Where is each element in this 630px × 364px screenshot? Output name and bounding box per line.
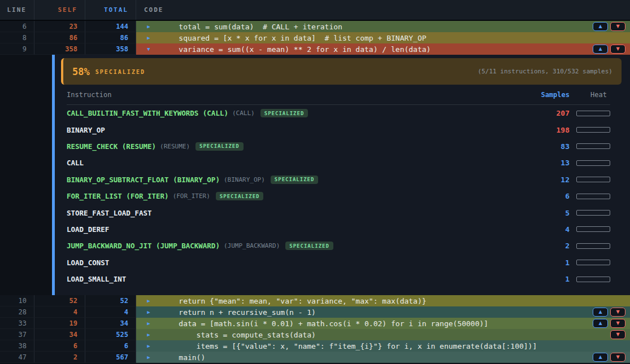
column-header-total: TOTAL: [85, 0, 136, 20]
heat-bar: [576, 210, 610, 216]
table-header: LINE SELF TOTAL CODE: [0, 0, 630, 21]
self-samples: 52: [34, 295, 85, 306]
self-samples: 34: [34, 329, 85, 340]
jump-up-button[interactable]: ▲: [593, 45, 608, 54]
specialized-percent: 58%: [72, 66, 90, 77]
jump-down-button[interactable]: ▼: [610, 308, 625, 317]
instruction-row: STORE_FAST_LOAD_FAST 5: [67, 204, 610, 221]
specialized-badge: SPECIALIZED: [271, 176, 319, 184]
table-row: 28 4 4 ▶ return n + recursive_sum(n - 1)…: [0, 306, 630, 318]
table-row: 9 358 358 ▼ variance = sum((x - mean) **…: [0, 43, 630, 55]
self-samples: 2: [34, 352, 85, 363]
table-row: 10 52 52 ▶ return {"mean": mean, "var": …: [0, 295, 630, 306]
instruction-table-header: Instruction Samples Heat: [67, 85, 610, 105]
line-number: 9: [0, 43, 34, 55]
expander-icon[interactable]: ▶: [136, 24, 161, 29]
instruction-row: LOAD_SMALL_INT 1: [67, 271, 610, 287]
nav-buttons: ▲ ▼: [593, 45, 630, 54]
expander-icon[interactable]: ▶: [136, 332, 161, 337]
heat-bar: [576, 143, 610, 149]
instruction-name: FOR_ITER_LIST (FOR_ITER): [67, 192, 169, 200]
heat-bar: [576, 243, 610, 249]
code-line[interactable]: ▶ main() ▲ ▼: [136, 352, 630, 363]
total-samples: 86: [85, 32, 136, 43]
instruction-row: CALL 13: [67, 155, 610, 171]
source-code: return n + recursive_sum(n - 1): [161, 308, 593, 317]
instruction-row: RESUME_CHECK (RESUME) (RESUME) SPECIALIZ…: [67, 138, 610, 155]
total-samples: 567: [85, 352, 136, 363]
nav-buttons: ▲ ▼: [610, 330, 630, 339]
profiler-window: LINE SELF TOTAL CODE 6 23 144 ▶ total = …: [0, 0, 630, 364]
jump-down-button[interactable]: ▼: [610, 45, 625, 54]
instruction-name: CALL: [67, 159, 84, 167]
instruction-row: LOAD_DEREF 4: [67, 221, 610, 238]
heat-bar: [576, 260, 610, 265]
instruction-row: CALL_BUILTIN_FAST_WITH_KEYWORDS (CALL) (…: [67, 105, 610, 121]
jump-down-button[interactable]: ▼: [610, 319, 625, 328]
instruction-sample-count: 1: [530, 275, 570, 283]
line-number: 8: [0, 32, 34, 43]
nav-buttons: ▲ ▼: [593, 308, 630, 317]
instruction-rows: CALL_BUILTIN_FAST_WITH_KEYWORDS (CALL) (…: [67, 105, 610, 287]
expander-icon[interactable]: ▶: [136, 343, 161, 349]
jump-up-button[interactable]: ▲: [593, 319, 608, 328]
jump-up-button[interactable]: ▲: [593, 353, 608, 362]
self-samples: 358: [34, 43, 85, 55]
code-line[interactable]: ▶ squared = [x * x for x in data] # list…: [136, 32, 630, 43]
instruction-base-opcode: (JUMP_BACKWARD): [224, 242, 280, 249]
instruction-sample-count: 2: [530, 242, 570, 250]
expander-icon[interactable]: ▶: [136, 354, 161, 360]
source-code: variance = sum((x - mean) ** 2 for x in …: [161, 45, 593, 54]
expander-icon[interactable]: ▶: [136, 309, 161, 315]
column-header-code: CODE: [136, 0, 630, 20]
table-row: 47 2 567 ▶ main() ▲ ▼: [0, 352, 630, 363]
instruction-name: CALL_BUILTIN_FAST_WITH_KEYWORDS (CALL): [67, 109, 228, 117]
code-line[interactable]: ▶ return {"mean": mean, "var": variance,…: [136, 295, 630, 306]
instruction-sample-count: 83: [530, 142, 570, 151]
column-header-line: LINE: [0, 0, 34, 20]
code-line[interactable]: ▼ variance = sum((x - mean) ** 2 for x i…: [136, 43, 630, 55]
specialization-banner: 58% SPECIALIZED (5/11 instructions, 310/…: [61, 58, 622, 85]
specialized-badge: SPECIALIZED: [285, 242, 333, 250]
line-number: 38: [0, 340, 34, 352]
instruction-table: Instruction Samples Heat CALL_BUILTIN_FA…: [61, 85, 622, 295]
panel-left-gutter: [0, 55, 52, 295]
specialized-label: SPECIALIZED: [95, 69, 145, 75]
jump-down-button[interactable]: ▼: [610, 353, 625, 362]
instruction-sample-count: 12: [530, 176, 570, 184]
line-number: 47: [0, 352, 34, 363]
code-rows-top: 6 23 144 ▶ total = sum(data) # CALL + it…: [0, 21, 630, 55]
line-number: 10: [0, 295, 34, 306]
source-code: data = [math.sin(i * 0.01) + math.cos(i …: [161, 319, 593, 328]
expander-icon[interactable]: ▶: [136, 298, 161, 304]
line-number: 6: [0, 21, 34, 32]
jump-down-button[interactable]: ▼: [610, 22, 625, 31]
nav-buttons: ▲ ▼: [593, 22, 630, 31]
heat-bar: [576, 160, 610, 166]
instruction-name: BINARY_OP_SUBTRACT_FLOAT (BINARY_OP): [67, 176, 220, 184]
jump-up-button[interactable]: ▲: [593, 308, 608, 317]
total-samples: 34: [85, 318, 136, 329]
instruction-base-opcode: (RESUME): [160, 143, 190, 150]
code-line[interactable]: ▶ items = [{"value": x, "name": f"item_{…: [136, 340, 630, 352]
jump-up-button[interactable]: ▲: [593, 22, 608, 31]
table-row: 37 34 525 ▶ stats = compute_stats(data) …: [0, 329, 630, 340]
jump-down-button[interactable]: ▼: [610, 330, 625, 339]
instruction-base-opcode: (BINARY_OP): [224, 176, 265, 183]
self-samples: 86: [34, 32, 85, 43]
expander-icon[interactable]: ▼: [136, 46, 161, 52]
instruction-name: LOAD_DEREF: [67, 225, 109, 234]
code-line[interactable]: ▶ data = [math.sin(i * 0.01) + math.cos(…: [136, 318, 630, 329]
heat-bar: [576, 177, 610, 182]
table-row: 6 23 144 ▶ total = sum(data) # CALL + it…: [0, 21, 630, 32]
source-code: squared = [x * x for x in data] # list c…: [161, 34, 625, 42]
nav-buttons: ▲ ▼: [593, 319, 630, 328]
expander-icon[interactable]: ▶: [136, 321, 161, 326]
total-samples: 4: [85, 306, 136, 318]
expander-icon[interactable]: ▶: [136, 35, 161, 41]
code-line[interactable]: ▶ total = sum(data) # CALL + iteration ▲…: [136, 21, 630, 32]
code-line[interactable]: ▶ return n + recursive_sum(n - 1) ▲ ▼: [136, 306, 630, 318]
line-number: 33: [0, 318, 34, 329]
panel-body: 58% SPECIALIZED (5/11 instructions, 310/…: [55, 55, 630, 295]
code-line[interactable]: ▶ stats = compute_stats(data) ▲ ▼: [136, 329, 630, 340]
